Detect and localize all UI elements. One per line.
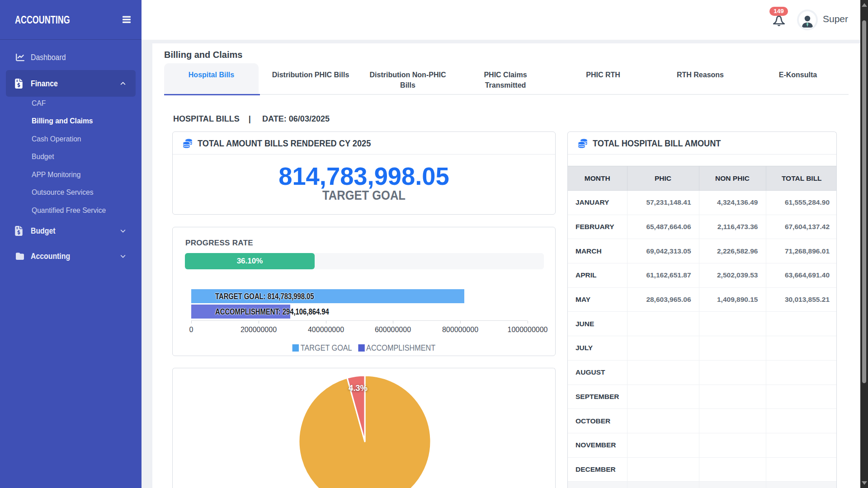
svg-text:4.3%: 4.3% <box>349 383 368 393</box>
